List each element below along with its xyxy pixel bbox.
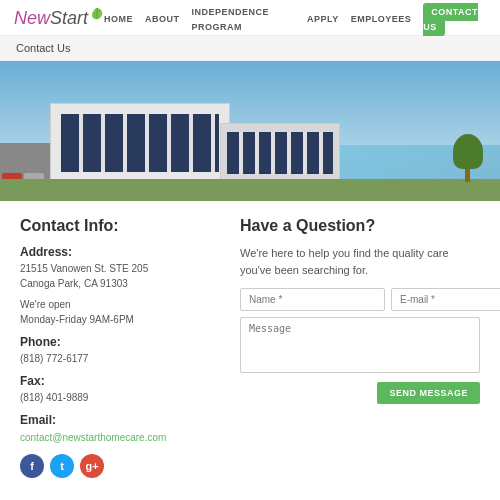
nav-apply[interactable]: APPLY (307, 14, 339, 24)
fax-value: (818) 401-9889 (20, 390, 220, 405)
form-name-email-row (240, 288, 480, 311)
phone-label: Phone: (20, 335, 220, 349)
logo[interactable]: NewStart (14, 9, 104, 27)
navbar: NewStart HOME ABOUT INDEPENDENCE PROGRAM… (0, 0, 500, 36)
contact-info-column: Contact Info: Address: 21515 Vanowen St.… (20, 217, 220, 478)
nav-independence[interactable]: INDEPENDENCE PROGRAM (192, 7, 270, 32)
address-label: Address: (20, 245, 220, 259)
social-icons-row: f t g+ (20, 454, 220, 478)
nav-employees[interactable]: EMPLOYEES (351, 14, 412, 24)
address-line2: Canoga Park, CA 91303 (20, 276, 220, 291)
leaf-icon (90, 7, 104, 21)
nav-home[interactable]: HOME (104, 14, 133, 24)
phone-value: (818) 772-6177 (20, 351, 220, 366)
nav-contact[interactable]: CONTACT US (423, 3, 478, 36)
hours-label: We're open (20, 297, 220, 312)
fax-label: Fax: (20, 374, 220, 388)
trees-decoration (465, 164, 470, 185)
email-label: Email: (20, 413, 220, 427)
hours-value: Monday-Friday 9AM-6PM (20, 312, 220, 327)
email-link[interactable]: contact@newstarthomecare.com (20, 432, 166, 443)
contact-form-column: Have a Question? We're here to help you … (240, 217, 480, 478)
facebook-icon[interactable]: f (20, 454, 44, 478)
message-textarea[interactable] (240, 317, 480, 373)
nav-about[interactable]: ABOUT (145, 14, 180, 24)
form-subtitle: We're here to help you find the quality … (240, 245, 480, 278)
send-message-button[interactable]: SEND MESSAGE (377, 382, 480, 404)
contact-info-title: Contact Info: (20, 217, 220, 235)
contact-content: Contact Info: Address: 21515 Vanowen St.… (0, 201, 500, 488)
name-input[interactable] (240, 288, 385, 311)
car-decoration (2, 161, 22, 171)
breadcrumb: Contact Us (0, 36, 500, 61)
googleplus-icon[interactable]: g+ (80, 454, 104, 478)
form-title: Have a Question? (240, 217, 480, 235)
address-line1: 21515 Vanowen St. STE 205 (20, 261, 220, 276)
hero-image (0, 61, 500, 201)
email-input[interactable] (391, 288, 500, 311)
twitter-icon[interactable]: t (50, 454, 74, 478)
nav-links: HOME ABOUT INDEPENDENCE PROGRAM APPLY EM… (104, 3, 486, 33)
